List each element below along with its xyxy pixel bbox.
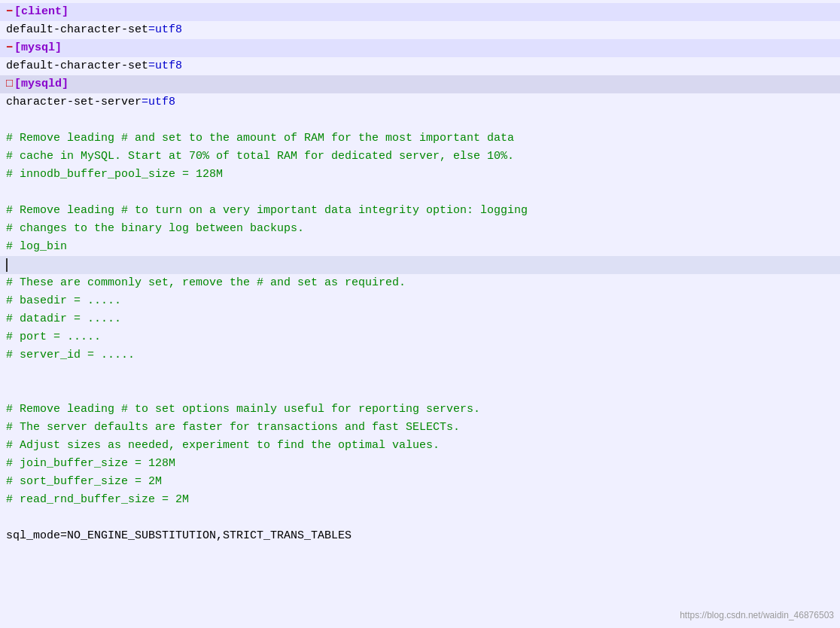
comment-line-28: # read_rnd_buffer_size = 2M	[0, 491, 840, 509]
collapse-icon-mysqld[interactable]: □	[6, 75, 13, 93]
comment-line-26: # join_buffer_size = 128M	[0, 455, 840, 473]
comment-line-16: # These are commonly set, remove the # a…	[0, 274, 840, 292]
section-mysql-label: [mysql]	[14, 39, 62, 56]
empty-line-3	[0, 364, 840, 383]
comment-text-14: # log_bin	[6, 238, 67, 255]
empty-line-4	[0, 383, 840, 401]
line-mysqld-charset: character-set-server=utf8	[0, 93, 840, 111]
comment-line-25: # Adjust sizes as needed, experiment to …	[0, 437, 840, 455]
section-mysql-header: − [mysql]	[0, 39, 840, 57]
comment-text-9: # cache in MySQL. Start at 70% of total …	[6, 148, 514, 165]
comment-line-24: # The server defaults are faster for tra…	[0, 419, 840, 437]
comment-line-18: # datadir = .....	[0, 310, 840, 328]
section-mysqld-label: [mysqld]	[14, 75, 68, 93]
comment-text-12: # Remove leading # to turn on a very imp…	[6, 202, 528, 219]
config-value-mysql-charset: utf8	[155, 57, 182, 75]
comment-line-17: # basedir = .....	[0, 292, 840, 310]
comment-text-23: # Remove leading # to set options mainly…	[6, 401, 480, 418]
comment-text-8: # Remove leading # and set to the amount…	[6, 130, 514, 147]
config-key-client-charset: default-character-set	[6, 21, 148, 38]
comment-text-28: # read_rnd_buffer_size = 2M	[6, 491, 189, 508]
comment-line-20: # server_id = .....	[0, 346, 840, 364]
comment-line-13: # changes to the binary log between back…	[0, 220, 840, 238]
code-area: − [client] default-character-set=utf8 − …	[0, 0, 840, 548]
editor-container: − [client] default-character-set=utf8 − …	[0, 0, 840, 628]
comment-text-17: # basedir = .....	[6, 292, 121, 309]
comment-line-27: # sort_buffer_size = 2M	[0, 473, 840, 491]
empty-line-1	[0, 111, 840, 130]
comment-text-25: # Adjust sizes as needed, experiment to …	[6, 437, 440, 454]
comment-text-18: # datadir = .....	[6, 310, 121, 328]
sql-mode-line: sql_mode=NO_ENGINE_SUBSTITUTION,STRICT_T…	[0, 527, 840, 545]
config-key-mysql-charset: default-character-set	[6, 57, 148, 75]
section-client-label: [client]	[14, 3, 68, 20]
cursor-line[interactable]	[0, 256, 840, 274]
comment-text-27: # sort_buffer_size = 2M	[6, 473, 162, 490]
comment-text-24: # The server defaults are faster for tra…	[6, 419, 460, 436]
config-equals2: =	[148, 57, 155, 75]
empty-line-5	[0, 509, 840, 527]
comment-text-13: # changes to the binary log between back…	[6, 220, 304, 237]
comment-line-12: # Remove leading # to turn on a very imp…	[0, 202, 840, 220]
comment-line-23: # Remove leading # to set options mainly…	[0, 401, 840, 419]
collapse-icon-client[interactable]: −	[6, 3, 13, 20]
watermark: https://blog.csdn.net/waidin_46876503	[680, 608, 834, 622]
comment-line-19: # port = .....	[0, 328, 840, 346]
section-mysqld-header: □ [mysqld]	[0, 75, 840, 93]
line-mysql-charset: default-character-set=utf8	[0, 57, 840, 75]
comment-text-20: # server_id = .....	[6, 346, 135, 364]
config-equals3: =	[142, 93, 148, 111]
section-client-header: − [client]	[0, 3, 840, 21]
comment-text-19: # port = .....	[6, 328, 101, 346]
line-client-charset: default-character-set=utf8	[0, 21, 840, 39]
comment-text-10: # innodb_buffer_pool_size = 128M	[6, 166, 223, 183]
comment-line-14: # log_bin	[0, 238, 840, 256]
empty-line-2	[0, 184, 840, 202]
config-key-server-charset: character-set-server	[6, 93, 142, 111]
text-cursor	[6, 258, 8, 272]
comment-line-8: # Remove leading # and set to the amount…	[0, 130, 840, 148]
comment-text-26: # join_buffer_size = 128M	[6, 455, 175, 472]
config-value-client-charset: utf8	[155, 21, 182, 38]
sql-mode-text: sql_mode=NO_ENGINE_SUBSTITUTION,STRICT_T…	[6, 527, 352, 544]
comment-line-10: # innodb_buffer_pool_size = 128M	[0, 166, 840, 184]
collapse-icon-mysql[interactable]: −	[6, 39, 13, 56]
comment-text-16: # These are commonly set, remove the # a…	[6, 274, 406, 291]
comment-line-9: # cache in MySQL. Start at 70% of total …	[0, 148, 840, 166]
config-equals: =	[148, 21, 155, 38]
config-value-server-charset: utf8	[148, 93, 175, 111]
